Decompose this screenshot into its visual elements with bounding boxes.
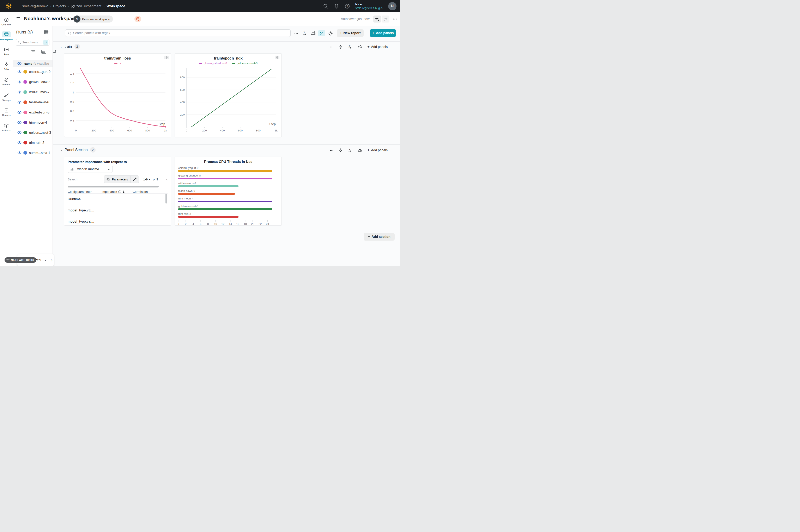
header-more-menu-icon[interactable]: [391, 16, 399, 22]
add-panels-button[interactable]: + Add panels: [370, 30, 396, 37]
runs-table-expand-icon[interactable]: [44, 30, 49, 35]
panel-handle-icon[interactable]: [275, 56, 279, 59]
section-x-axis-icon[interactable]: x: [348, 45, 352, 49]
train-loss-line-chart[interactable]: 0.40.60.811.21.402004006008001kStep: [67, 66, 169, 135]
importance-table-row[interactable]: Runtime: [68, 193, 168, 205]
rail-item-reports[interactable]: Reports: [0, 108, 13, 116]
panel-handle-icon[interactable]: [164, 56, 169, 59]
run-visibility-eye-icon[interactable]: [17, 80, 22, 83]
user-menu[interactable]: Nico smle-registries-bug-b...: [355, 2, 385, 10]
vertical-scrollbar[interactable]: [165, 194, 167, 204]
parameter-page-range[interactable]: 1-9: [143, 177, 151, 181]
collapse-section-chevron-icon[interactable]: ⌄: [60, 148, 63, 152]
outliers-scatter-icon[interactable]: [318, 30, 325, 36]
rail-item-automations[interactable]: Automat.: [0, 77, 13, 86]
section-add-panels-button[interactable]: + Add panels: [367, 45, 388, 49]
run-visibility-eye-icon[interactable]: [17, 111, 22, 114]
cpu-threads-bar-chart[interactable]: colorful-yogurt-9glowing-shadow-8wild-co…: [178, 166, 278, 217]
rail-item-artifacts[interactable]: Artifacts: [0, 123, 13, 132]
workspace-more-icon[interactable]: [293, 30, 300, 36]
column-importance[interactable]: Importance: [101, 190, 133, 193]
breadcrumb-projects[interactable]: Projects: [53, 4, 66, 8]
run-visibility-eye-icon[interactable]: [17, 91, 22, 94]
rail-item-overview[interactable]: Overview: [0, 17, 13, 26]
section-more-icon[interactable]: [330, 46, 333, 48]
add-section-button[interactable]: + Add section: [364, 233, 395, 241]
section-title[interactable]: train: [65, 44, 72, 49]
rail-item-jobs[interactable]: Jobs: [0, 62, 13, 71]
run-row[interactable]: wild-c...mos-7: [13, 87, 53, 97]
undo-button[interactable]: [373, 16, 381, 22]
sort-icon[interactable]: [53, 50, 57, 54]
column-config-parameter[interactable]: Config parameter: [68, 190, 101, 193]
notifications-bell-icon[interactable]: [334, 3, 339, 9]
section-title[interactable]: Panel Section: [65, 148, 88, 152]
workspace-settings-gear-icon[interactable]: [327, 30, 334, 36]
toggle-all-visibility-icon[interactable]: [17, 62, 22, 65]
collapse-panel-chevron[interactable]: ‹: [166, 177, 168, 182]
group-list-icon[interactable]: [41, 50, 46, 54]
horizontal-scrollbar[interactable]: [68, 186, 159, 188]
search-icon[interactable]: [323, 3, 329, 9]
run-visibility-eye-icon[interactable]: [17, 151, 22, 154]
runs-list-header[interactable]: Name (9 visualize: [13, 60, 53, 67]
wandb-logo-icon[interactable]: [5, 3, 12, 10]
avatar[interactable]: N: [388, 2, 396, 10]
runs-search-input[interactable]: [22, 41, 41, 44]
smoothing-iron-icon[interactable]: [310, 30, 317, 36]
metric-selector-dropdown[interactable]: _wandb.runtime: [68, 166, 113, 173]
x-axis-settings-icon[interactable]: x: [301, 30, 308, 36]
run-visibility-eye-icon[interactable]: [17, 131, 22, 134]
importance-table-row[interactable]: model_type.val...: [68, 216, 168, 226]
section-magic-sparkle-icon[interactable]: [339, 45, 342, 49]
next-page-chevron[interactable]: ›: [51, 258, 53, 263]
rail-item-sweeps[interactable]: Sweeps: [0, 93, 13, 101]
prev-page-chevron[interactable]: ‹: [45, 258, 47, 263]
personal-workspace-badge[interactable]: N Personal workspace: [73, 16, 113, 22]
breadcrumb-team[interactable]: smle-reg-team-2: [22, 4, 48, 8]
epoch-ndx-line-chart[interactable]: 20040060080002004006008001kStep: [177, 66, 279, 135]
importance-table-row[interactable]: model_type.val...: [68, 205, 168, 216]
hamburger-menu-icon[interactable]: [16, 17, 21, 21]
help-icon[interactable]: ?: [345, 3, 350, 9]
filter-icon[interactable]: [31, 50, 36, 54]
info-icon[interactable]: [118, 190, 121, 193]
run-row[interactable]: summ...sma-1: [13, 148, 53, 158]
run-visibility-eye-icon[interactable]: [17, 101, 22, 104]
rail-item-runs[interactable]: Runs: [0, 47, 13, 56]
redo-button[interactable]: [382, 16, 389, 22]
run-row[interactable]: glowin...dow-8: [13, 77, 53, 87]
user-org-link[interactable]: smle-registries-bug-b...: [355, 6, 385, 10]
breadcrumb-workspace[interactable]: Workspace: [107, 4, 125, 8]
legend-entry[interactable]: golden-sunset-3: [232, 62, 258, 65]
run-row[interactable]: golden...nset-3: [13, 128, 53, 138]
regex-toggle-button[interactable]: .*: [43, 40, 49, 45]
sort-desc-arrow-icon[interactable]: [123, 190, 125, 193]
rail-item-workspace[interactable]: Workspace: [0, 31, 13, 41]
parameter-search-input[interactable]: [68, 177, 92, 181]
run-row[interactable]: trim-moon-4: [13, 117, 53, 128]
parameters-button[interactable]: Parameters: [104, 175, 139, 183]
run-row[interactable]: trim-rain-2: [13, 138, 53, 148]
section-add-panels-button[interactable]: + Add panels: [367, 148, 388, 152]
section-smoothing-iron-icon[interactable]: [357, 45, 362, 49]
run-visibility-eye-icon[interactable]: [17, 141, 22, 144]
section-magic-sparkle-icon[interactable]: [339, 148, 342, 152]
column-correlation[interactable]: Correlation: [133, 190, 148, 193]
new-report-button[interactable]: + New report: [337, 30, 364, 37]
panel-search-input[interactable]: [73, 31, 291, 35]
run-row[interactable]: exalted-surf-5: [13, 107, 53, 117]
legend-entry[interactable]: : -: [114, 62, 121, 64]
section-smoothing-iron-icon[interactable]: [357, 148, 362, 152]
legend-entry[interactable]: glowing-shadow-8: [199, 62, 227, 65]
clear-workspace-icon[interactable]: [134, 16, 141, 22]
magic-wand-icon[interactable]: [131, 177, 139, 181]
run-row[interactable]: fallen-dawn-6: [13, 97, 53, 107]
run-row[interactable]: colorfu...gurt-9: [13, 67, 53, 77]
collapse-section-chevron-icon[interactable]: ⌄: [60, 45, 63, 49]
run-visibility-eye-icon[interactable]: [17, 121, 22, 124]
run-visibility-eye-icon[interactable]: [17, 70, 22, 73]
section-x-axis-icon[interactable]: x: [348, 148, 352, 153]
breadcrumb-project[interactable]: zoo_experiment: [76, 4, 101, 8]
section-more-icon[interactable]: [330, 150, 333, 151]
